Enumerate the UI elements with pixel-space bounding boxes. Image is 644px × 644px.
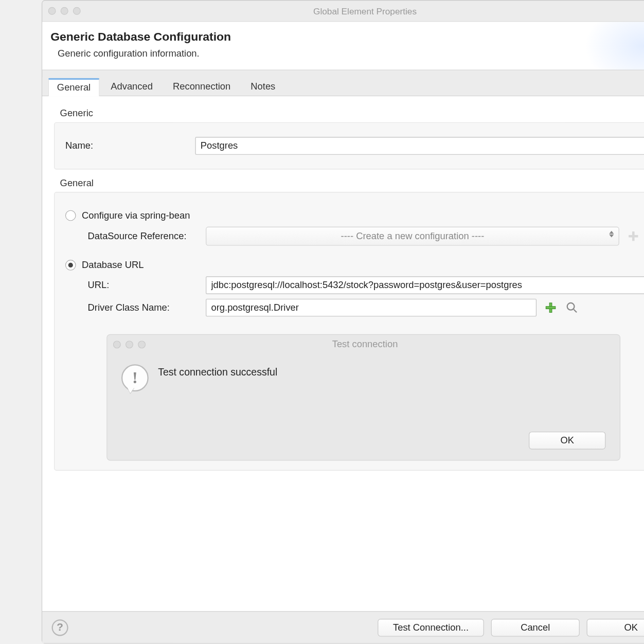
name-label: Name: <box>65 140 195 151</box>
datasource-ref-select[interactable]: ---- Create a new configuration ---- <box>206 227 619 246</box>
tab-general[interactable]: General <box>48 78 100 97</box>
window-title: Global Element Properties <box>81 6 644 16</box>
close-window-icon[interactable] <box>113 341 121 348</box>
page-title: Generic Database Configuration <box>50 30 644 44</box>
footer: ? Test Connection... Cancel OK <box>42 611 644 643</box>
add-config-button[interactable] <box>627 229 641 243</box>
sub-titlebar: Test connection <box>107 335 619 354</box>
sub-content: ! Test connection successful OK <box>107 354 619 460</box>
test-connection-dialog: Test connection ! Test connection succes… <box>106 334 620 461</box>
svg-rect-1 <box>629 235 638 238</box>
radio-database-url-label: Database URL <box>82 260 144 271</box>
zoom-window-icon[interactable] <box>138 341 146 348</box>
svg-point-5 <box>567 303 575 310</box>
url-label: URL: <box>88 280 206 291</box>
svg-rect-4 <box>546 307 555 309</box>
dialog-window: Global Element Properties Generic Databa… <box>42 0 644 643</box>
add-driver-button[interactable] <box>544 300 558 315</box>
plus-icon <box>545 302 557 314</box>
minimize-window-icon[interactable] <box>126 341 133 348</box>
window-controls <box>48 7 81 15</box>
radio-spring-bean-label: Configure via spring-bean <box>82 210 190 221</box>
tab-reconnection[interactable]: Reconnection <box>164 77 240 96</box>
group-label-general: General <box>60 178 644 189</box>
datasource-ref-value: ---- Create a new configuration ---- <box>341 231 485 242</box>
group-generic: Name: <box>54 122 644 170</box>
question-icon: ? <box>57 621 63 634</box>
ok-button[interactable]: OK <box>587 619 644 636</box>
tab-content: Generic Name: General Configure via spri… <box>42 96 644 611</box>
page-subtitle: Generic configuration information. <box>58 48 644 59</box>
search-driver-button[interactable] <box>565 300 579 315</box>
group-label-generic: Generic <box>60 108 644 119</box>
datasource-ref-label: DataSource Reference: <box>88 231 206 242</box>
driver-label: Driver Class Name: <box>88 302 206 313</box>
test-dialog-ok-button[interactable]: OK <box>529 432 605 449</box>
radio-spring-bean[interactable] <box>65 210 76 221</box>
close-window-icon[interactable] <box>48 7 56 15</box>
sub-window-title: Test connection <box>146 339 584 350</box>
name-input[interactable] <box>195 137 644 154</box>
test-connection-button[interactable]: Test Connection... <box>378 619 484 636</box>
svg-line-6 <box>574 310 577 313</box>
cancel-button[interactable]: Cancel <box>491 619 580 636</box>
url-input[interactable] <box>206 276 644 294</box>
help-button[interactable]: ? <box>52 619 68 636</box>
radio-database-url[interactable] <box>65 260 76 271</box>
titlebar: Global Element Properties <box>42 1 644 22</box>
tab-advanced[interactable]: Advanced <box>102 77 162 96</box>
zoom-window-icon[interactable] <box>73 7 81 15</box>
sub-window-controls <box>113 341 146 348</box>
test-connection-message: Test connection successful <box>158 364 277 379</box>
tab-notes[interactable]: Notes <box>242 77 284 96</box>
driver-input[interactable] <box>206 299 536 316</box>
magnifier-icon <box>566 302 578 314</box>
info-icon: ! <box>121 364 149 391</box>
header-section: Generic Database Configuration Generic c… <box>42 22 644 70</box>
tabs: General Advanced Reconnection Notes <box>42 77 644 96</box>
chevron-updown-icon <box>609 231 614 238</box>
minimize-window-icon[interactable] <box>61 7 68 15</box>
plus-icon <box>628 230 639 242</box>
group-general: Configure via spring-bean DataSource Ref… <box>54 192 644 471</box>
